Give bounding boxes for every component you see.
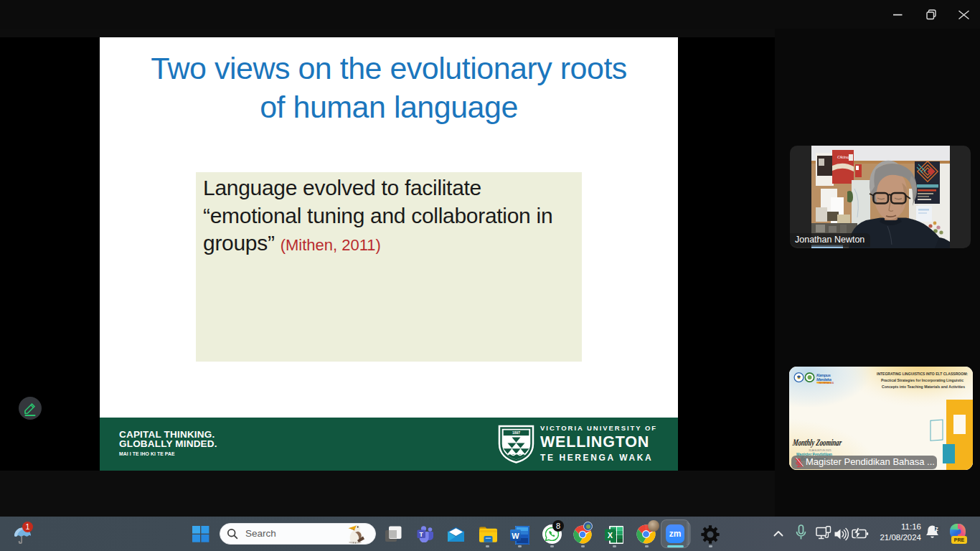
svg-text:1897: 1897 bbox=[512, 430, 520, 435]
svg-text:Okina: Okina bbox=[837, 154, 850, 160]
svg-text:Merdeka: Merdeka bbox=[816, 377, 832, 382]
svg-text:T: T bbox=[420, 531, 424, 538]
svg-text:Practical Strategies for Incor: Practical Strategies for Incorporating L… bbox=[881, 378, 963, 382]
svg-text:Concepts into Teaching Materia: Concepts into Teaching Materials and Act… bbox=[882, 385, 965, 389]
svg-text:X: X bbox=[608, 531, 613, 540]
svg-text:z: z bbox=[936, 525, 938, 532]
svg-text:INDONESIA JAYA: INDONESIA JAYA bbox=[819, 382, 834, 385]
svg-text:W: W bbox=[512, 532, 519, 540]
svg-text:INTEGRATING LINGUISTICS INTO E: INTEGRATING LINGUISTICS INTO ELT CLASSRO… bbox=[877, 372, 968, 376]
svg-text:Monthly Zoominar: Monthly Zoominar bbox=[791, 437, 842, 448]
